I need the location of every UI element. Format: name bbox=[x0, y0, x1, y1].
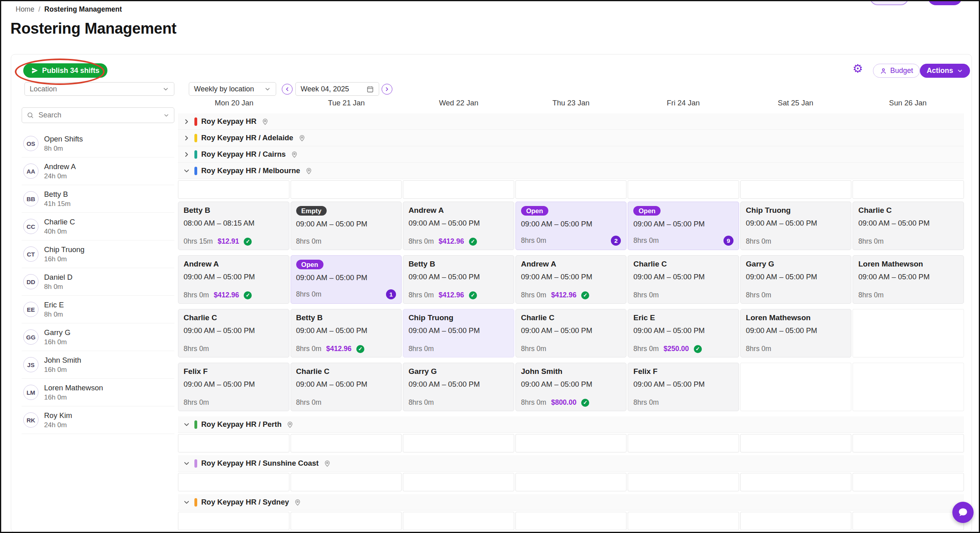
chevron-down-icon[interactable] bbox=[183, 460, 190, 467]
staff-row[interactable]: CCCharlie C40h 0m bbox=[22, 213, 174, 240]
staff-row[interactable]: BBBetty B41h 15m bbox=[22, 185, 174, 213]
shift-card[interactable]: Chip Truong09:00 AM – 05:00 PM8hrs 0m bbox=[740, 202, 852, 250]
shift-card[interactable]: Eric E09:00 AM – 05:00 PM8hrs 0m$250.00✓ bbox=[628, 309, 739, 357]
next-week-button[interactable] bbox=[382, 84, 392, 95]
empty-slot[interactable] bbox=[628, 512, 739, 530]
chevron-down-icon[interactable] bbox=[183, 421, 190, 428]
shift-card[interactable]: Loren Mathewson09:00 AM – 05:00 PM8hrs 0… bbox=[853, 255, 964, 304]
empty-slot[interactable] bbox=[291, 512, 402, 530]
staff-row[interactable]: CTChip Truong16h 0m bbox=[22, 240, 174, 268]
empty-slot[interactable] bbox=[178, 180, 289, 199]
shift-card[interactable]: Loren Mathewson09:00 AM – 05:00 PM8hrs 0… bbox=[740, 309, 852, 357]
shift-card[interactable]: Open09:00 AM – 05:00 PM8hrs 0m2 bbox=[515, 202, 627, 250]
shift-card[interactable]: Charlie C09:00 AM – 05:00 PM8hrs 0m bbox=[515, 309, 627, 357]
empty-slot[interactable] bbox=[291, 434, 402, 452]
shift-card[interactable]: Betty B09:00 AM – 05:00 PM8hrs 0m$412.96… bbox=[403, 255, 514, 304]
shift-card[interactable]: Andrew A09:00 AM – 05:00 PM8hrs 0m$412.9… bbox=[515, 255, 627, 304]
empty-slot[interactable] bbox=[853, 434, 964, 452]
empty-slot[interactable] bbox=[403, 512, 514, 530]
shift-card[interactable]: Felix F09:00 AM – 05:00 PM8hrs 0m bbox=[628, 363, 739, 411]
empty-slot[interactable] bbox=[740, 434, 852, 452]
shift-card[interactable]: Charlie C09:00 AM – 05:00 PM8hrs 0m bbox=[853, 202, 964, 250]
empty-slot[interactable] bbox=[740, 180, 852, 199]
shift-card[interactable]: Garry G09:00 AM – 05:00 PM8hrs 0m bbox=[740, 255, 852, 304]
chevron-down-icon[interactable] bbox=[183, 167, 190, 175]
staff-row[interactable]: RKRoy Kim24h 0m bbox=[22, 406, 174, 434]
chevron-right-icon[interactable] bbox=[183, 134, 190, 142]
shift-card[interactable]: Chip Truong09:00 AM – 05:00 PM8hrs 0m bbox=[403, 309, 514, 357]
empty-slot[interactable] bbox=[628, 180, 739, 199]
empty-slot[interactable] bbox=[291, 180, 402, 199]
chevron-right-icon[interactable] bbox=[183, 151, 190, 158]
search-input[interactable] bbox=[38, 111, 160, 120]
shift-meta: 8hrs 0m$412.96✓ bbox=[521, 291, 621, 299]
shift-card[interactable]: Garry G09:00 AM – 05:00 PM8hrs 0m bbox=[403, 363, 514, 411]
empty-slot[interactable] bbox=[740, 512, 852, 530]
empty-slot[interactable] bbox=[515, 512, 627, 530]
week-picker[interactable]: Week 04, 2025 bbox=[295, 82, 379, 96]
staff-row[interactable]: AAAndrew A24h 0m bbox=[22, 157, 174, 185]
shift-card[interactable]: Charlie C09:00 AM – 05:00 PM8hrs 0m bbox=[628, 255, 739, 304]
empty-slot[interactable] bbox=[403, 434, 514, 452]
shift-card[interactable]: Betty B08:00 AM – 08:15 AM0hrs 15m$12.91… bbox=[178, 202, 289, 250]
breadcrumb-home-link[interactable]: Home bbox=[16, 5, 34, 14]
view-mode-select[interactable]: Weekly by location bbox=[189, 82, 276, 96]
shift-card[interactable]: Charlie C09:00 AM – 05:00 PM8hrs 0m bbox=[291, 363, 402, 411]
shift-card[interactable]: Open09:00 AM – 05:00 PM8hrs 0m9 bbox=[628, 202, 739, 250]
chevron-down-icon[interactable] bbox=[183, 499, 190, 506]
empty-slot[interactable] bbox=[403, 180, 514, 199]
empty-slot[interactable] bbox=[403, 473, 514, 491]
group-header[interactable]: Roy Keypay HR / Melbourne bbox=[178, 163, 964, 179]
empty-slot[interactable] bbox=[178, 512, 289, 530]
group-header[interactable]: Roy Keypay HR / Sunshine Coast bbox=[178, 455, 964, 472]
staff-row[interactable]: OSOpen Shifts8h 0m bbox=[22, 130, 174, 157]
staff-row[interactable]: GGGarry G16h 0m bbox=[22, 323, 174, 351]
cutoff-budget-button[interactable] bbox=[870, 0, 909, 5]
empty-slot[interactable] bbox=[628, 473, 739, 491]
empty-slot[interactable] bbox=[178, 434, 289, 452]
empty-slot[interactable] bbox=[515, 180, 627, 199]
actions-button[interactable]: Actions bbox=[920, 64, 970, 78]
shift-card[interactable]: Felix F09:00 AM – 05:00 PM8hrs 0m bbox=[178, 363, 289, 411]
empty-slot[interactable] bbox=[515, 434, 627, 452]
group-header[interactable]: Roy Keypay HR / Cairns bbox=[178, 146, 964, 163]
shift-card[interactable]: Betty B09:00 AM – 05:00 PM8hrs 0m$412.96… bbox=[291, 309, 402, 357]
shift-time: 09:00 AM – 05:00 PM bbox=[296, 220, 396, 228]
empty-slot[interactable] bbox=[178, 473, 289, 491]
group-header[interactable]: Roy Keypay HR bbox=[178, 113, 964, 130]
shift-card[interactable]: Andrew A09:00 AM – 05:00 PM8hrs 0m$412.9… bbox=[403, 202, 514, 250]
staff-row[interactable]: JSJohn Smith16h 0m bbox=[22, 351, 174, 379]
staff-row[interactable]: LMLoren Mathewson16h 0m bbox=[22, 379, 174, 406]
staff-name: Charlie C bbox=[44, 218, 75, 226]
empty-slot[interactable] bbox=[853, 473, 964, 491]
prev-week-button[interactable] bbox=[282, 84, 293, 95]
cutoff-actions-button[interactable] bbox=[928, 0, 962, 5]
empty-slot[interactable] bbox=[853, 309, 964, 357]
shift-card[interactable]: Andrew A09:00 AM – 05:00 PM8hrs 0m$412.9… bbox=[178, 255, 289, 304]
empty-slot[interactable] bbox=[515, 473, 627, 491]
publish-shifts-button[interactable]: Publish 34 shifts bbox=[23, 63, 107, 78]
shift-card[interactable]: Empty09:00 AM – 05:00 PM8hrs 0m bbox=[291, 202, 402, 250]
shift-card[interactable]: John Smith09:00 AM – 05:00 PM8hrs 0m$800… bbox=[515, 363, 627, 411]
empty-slot[interactable] bbox=[291, 473, 402, 491]
chat-button[interactable] bbox=[952, 502, 974, 523]
shift-card[interactable]: Open09:00 AM – 05:00 PM8hrs 0m1 bbox=[291, 255, 402, 304]
empty-slot[interactable] bbox=[853, 180, 964, 199]
empty-slot[interactable] bbox=[853, 363, 964, 411]
chevron-right-icon[interactable] bbox=[183, 118, 190, 125]
shift-card[interactable]: Charlie C09:00 AM – 05:00 PM8hrs 0m bbox=[178, 309, 289, 357]
group-header[interactable]: Roy Keypay HR / Sydney bbox=[178, 494, 964, 511]
group-header[interactable]: Roy Keypay HR / Adelaide bbox=[178, 130, 964, 146]
empty-slot[interactable] bbox=[853, 512, 964, 530]
empty-slot[interactable] bbox=[740, 473, 852, 491]
empty-slot[interactable] bbox=[628, 434, 739, 452]
staff-row[interactable]: DDDaniel D8h 0m bbox=[22, 268, 174, 296]
budget-button[interactable]: Budget bbox=[873, 64, 920, 78]
staff-row[interactable]: EEEric E8h 0m bbox=[22, 296, 174, 323]
location-filter-select[interactable]: Location bbox=[24, 82, 174, 96]
settings-gear-icon[interactable]: ⚙ bbox=[853, 63, 863, 75]
staff-search[interactable] bbox=[22, 107, 174, 123]
empty-slot[interactable] bbox=[740, 363, 852, 411]
shift-employee-name: Loren Mathewson bbox=[746, 313, 846, 322]
group-header[interactable]: Roy Keypay HR / Perth bbox=[178, 416, 964, 433]
